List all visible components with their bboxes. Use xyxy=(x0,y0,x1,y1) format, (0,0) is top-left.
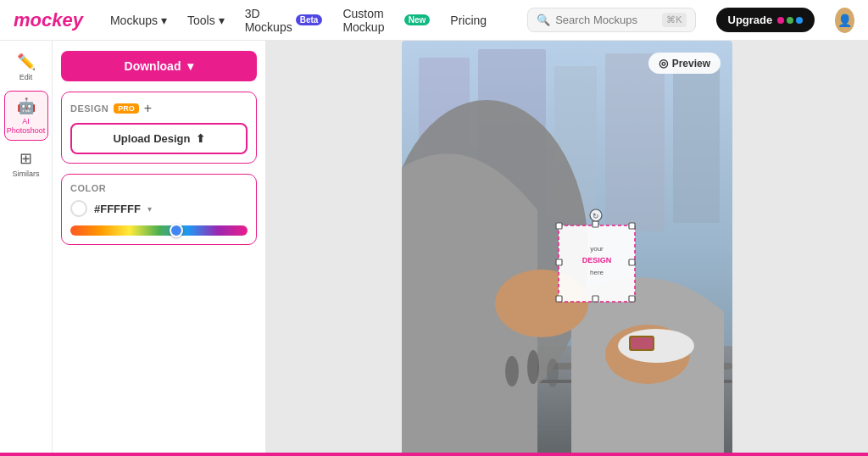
preview-area: your DESIGN here ↻ xyxy=(266,41,868,456)
nav-item-tools[interactable]: Tools xyxy=(187,14,225,27)
svg-rect-4 xyxy=(605,53,665,231)
design-section: DESIGN PRO + Upload Design ⬆ xyxy=(61,92,257,164)
similars-icon: ⊞ xyxy=(19,149,32,168)
new-badge: New xyxy=(404,14,431,25)
svg-text:your: your xyxy=(590,245,604,253)
preview-photo-svg: your DESIGN here ↻ xyxy=(402,41,732,456)
upgrade-button[interactable]: Upgrade xyxy=(716,8,815,32)
svg-rect-24 xyxy=(593,296,598,302)
svg-rect-5 xyxy=(673,62,720,223)
search-bar[interactable]: 🔍 ⌘K xyxy=(527,8,695,32)
pro-badge: PRO xyxy=(114,103,139,114)
nav-item-pricing[interactable]: Pricing xyxy=(450,14,487,27)
svg-point-30 xyxy=(527,350,539,384)
nav-item-custom-mockup[interactable]: Custom Mockup New xyxy=(342,7,430,34)
svg-point-31 xyxy=(547,359,559,387)
upgrade-dots xyxy=(777,17,803,24)
search-shortcut: ⌘K xyxy=(662,13,686,27)
bottom-bar xyxy=(0,453,868,456)
eye-icon: ◎ xyxy=(659,57,668,70)
sidebar-item-ai-photoshoot[interactable]: 🤖 AI Photoshoot xyxy=(4,91,48,142)
header: mockey Mockups Tools 3D Mockups Beta Cus… xyxy=(0,0,868,41)
svg-rect-25 xyxy=(556,259,562,265)
color-chevron-icon: ▾ xyxy=(147,204,152,214)
ai-photoshoot-icon: 🤖 xyxy=(17,97,36,115)
sidebar-item-similars[interactable]: ⊞ Similars xyxy=(4,144,48,184)
svg-point-29 xyxy=(505,356,519,386)
color-gradient-slider[interactable] xyxy=(70,225,248,236)
design-section-header: DESIGN PRO + xyxy=(70,101,248,116)
panel: Download DESIGN PRO + Upload Design ⬆ CO… xyxy=(53,41,266,456)
svg-rect-21 xyxy=(556,296,562,302)
color-picker-row[interactable]: #FFFFFF ▾ xyxy=(70,200,248,217)
sidebar: ✏️ Edit 🤖 AI Photoshoot ⊞ Similars xyxy=(0,41,53,456)
add-design-button[interactable]: + xyxy=(144,101,152,116)
svg-rect-19 xyxy=(556,223,562,229)
search-input[interactable] xyxy=(555,14,657,26)
svg-text:↻: ↻ xyxy=(593,212,599,220)
chevron-down-icon xyxy=(161,14,167,27)
chevron-down-icon xyxy=(219,14,225,27)
nav-item-mockups[interactable]: Mockups xyxy=(110,14,167,27)
avatar[interactable]: 👤 xyxy=(835,8,854,33)
svg-rect-22 xyxy=(629,296,635,302)
beta-badge: Beta xyxy=(296,14,323,25)
svg-rect-14 xyxy=(631,337,653,349)
upload-icon: ⬆ xyxy=(196,132,205,145)
logo[interactable]: mockey xyxy=(14,9,83,31)
preview-image-container: your DESIGN here ↻ xyxy=(402,41,732,456)
color-hex-value: #FFFFFF xyxy=(94,203,141,215)
svg-rect-23 xyxy=(593,221,598,227)
preview-badge[interactable]: ◎ Preview xyxy=(648,53,721,74)
color-gradient-handle[interactable] xyxy=(170,224,183,237)
svg-rect-26 xyxy=(629,259,635,265)
color-section: COLOR #FFFFFF ▾ xyxy=(61,174,257,245)
upload-design-button[interactable]: Upload Design ⬆ xyxy=(70,123,248,154)
nav-item-3d-mockups[interactable]: 3D Mockups Beta xyxy=(245,7,323,34)
sidebar-item-edit[interactable]: ✏️ Edit xyxy=(4,47,48,87)
main-layout: ✏️ Edit 🤖 AI Photoshoot ⊞ Similars Downl… xyxy=(0,41,868,456)
search-icon: 🔍 xyxy=(537,14,550,26)
svg-text:here: here xyxy=(590,269,604,276)
svg-rect-20 xyxy=(629,223,635,229)
color-circle[interactable] xyxy=(70,200,87,217)
download-button[interactable]: Download xyxy=(61,51,257,81)
edit-icon: ✏️ xyxy=(17,53,36,71)
download-chevron-icon xyxy=(187,59,193,73)
color-section-title: COLOR xyxy=(70,183,248,193)
svg-text:DESIGN: DESIGN xyxy=(582,256,612,264)
